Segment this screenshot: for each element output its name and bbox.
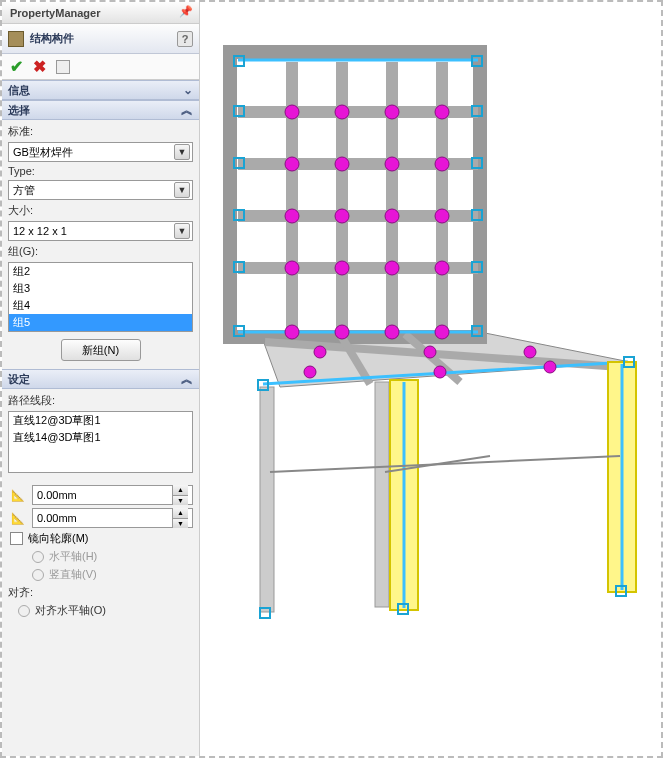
svg-point-24 — [285, 157, 299, 171]
pushpin-icon[interactable] — [56, 60, 70, 74]
offset1-input[interactable]: 0.00mm ▲▼ — [32, 485, 193, 505]
pm-titlebar: PropertyManager 📌 — [2, 2, 199, 24]
chevron-down-icon[interactable]: ▼ — [174, 144, 190, 160]
section-settings-label: 设定 — [8, 372, 30, 387]
path-label: 路径线段: — [8, 393, 193, 408]
svg-point-27 — [435, 157, 449, 171]
size-combo[interactable]: 12 x 12 x 1 ▼ — [8, 221, 193, 241]
group-label: 组(G): — [8, 244, 193, 259]
svg-point-45 — [544, 361, 556, 373]
offset1-value: 0.00mm — [37, 489, 77, 501]
standard-value: GB型材焊件 — [13, 145, 73, 160]
list-item[interactable]: 直线14@3D草图1 — [9, 429, 192, 446]
type-combo[interactable]: 方管 ▼ — [8, 180, 193, 200]
list-item-selected[interactable]: 组5 — [9, 314, 192, 331]
section-settings-body: 路径线段: 直线12@3D草图1 直线14@3D草图1 📐 0.00mm ▲▼ … — [2, 389, 199, 626]
chevron-up-icon: ︽ — [181, 371, 193, 388]
svg-point-38 — [385, 325, 399, 339]
svg-point-36 — [285, 325, 299, 339]
offset2-input[interactable]: 0.00mm ▲▼ — [32, 508, 193, 528]
svg-point-35 — [435, 261, 449, 275]
feature-name: 结构构件 — [30, 31, 177, 46]
list-item[interactable]: 组2 — [9, 263, 192, 280]
svg-point-42 — [524, 346, 536, 358]
svg-point-28 — [285, 209, 299, 223]
svg-rect-15 — [375, 382, 389, 607]
structural-member-icon — [8, 31, 24, 47]
svg-point-44 — [434, 366, 446, 378]
chair-model — [200, 2, 661, 756]
offset-g2-icon: 📐 — [8, 510, 28, 526]
size-label: 大小: — [8, 203, 193, 218]
svg-point-22 — [385, 105, 399, 119]
svg-point-40 — [314, 346, 326, 358]
svg-point-43 — [304, 366, 316, 378]
svg-point-30 — [385, 209, 399, 223]
pm-title: PropertyManager — [10, 7, 179, 19]
chevron-down-icon[interactable]: ▼ — [174, 223, 190, 239]
type-value: 方管 — [13, 183, 35, 198]
svg-line-18 — [270, 456, 620, 472]
section-info-label: 信息 — [8, 83, 30, 98]
chevron-down-icon: ⌄ — [183, 83, 193, 97]
svg-point-41 — [424, 346, 436, 358]
offset-g1-icon: 📐 — [8, 487, 28, 503]
mirror-checkbox[interactable] — [10, 532, 23, 545]
svg-point-31 — [435, 209, 449, 223]
section-select-label: 选择 — [8, 103, 30, 118]
list-item[interactable]: 组4 — [9, 297, 192, 314]
property-manager-panel: PropertyManager 📌 结构构件 ? ✔ ✖ 信息 ⌄ 选择 ︽ 标… — [2, 2, 200, 756]
svg-point-20 — [285, 105, 299, 119]
spinner-buttons[interactable]: ▲▼ — [172, 508, 188, 528]
align-hor-label: 对齐水平轴(O) — [35, 603, 106, 618]
hor-axis-label: 水平轴(H) — [49, 549, 97, 564]
cancel-icon[interactable]: ✖ — [33, 57, 46, 76]
svg-point-29 — [335, 209, 349, 223]
svg-point-34 — [385, 261, 399, 275]
svg-point-37 — [335, 325, 349, 339]
ver-axis-radio — [32, 569, 44, 581]
pin-icon[interactable]: 📌 — [179, 5, 195, 21]
path-listbox[interactable]: 直线12@3D草图1 直线14@3D草图1 — [8, 411, 193, 473]
svg-rect-14 — [260, 387, 274, 612]
help-icon[interactable]: ? — [177, 31, 193, 47]
hor-axis-radio — [32, 551, 44, 563]
svg-point-23 — [435, 105, 449, 119]
standard-label: 标准: — [8, 124, 193, 139]
group-listbox[interactable]: 组2 组3 组4 组5 — [8, 262, 193, 332]
ok-icon[interactable]: ✔ — [10, 57, 23, 76]
svg-point-21 — [335, 105, 349, 119]
feature-title-bar: 结构构件 ? — [2, 24, 199, 54]
chevron-down-icon[interactable]: ▼ — [174, 182, 190, 198]
offset2-value: 0.00mm — [37, 512, 77, 524]
svg-point-25 — [335, 157, 349, 171]
section-info-header[interactable]: 信息 ⌄ — [2, 80, 199, 100]
standard-combo[interactable]: GB型材焊件 ▼ — [8, 142, 193, 162]
section-settings-header[interactable]: 设定 ︽ — [2, 369, 199, 389]
spinner-buttons[interactable]: ▲▼ — [172, 485, 188, 505]
new-group-button[interactable]: 新组(N) — [61, 339, 141, 361]
section-select-body: 标准: GB型材焊件 ▼ Type: 方管 ▼ 大小: 12 x 12 x 1 … — [2, 120, 199, 369]
svg-point-32 — [285, 261, 299, 275]
svg-point-39 — [435, 325, 449, 339]
mirror-label: 镜向轮廓(M) — [28, 531, 89, 546]
svg-point-26 — [385, 157, 399, 171]
size-value: 12 x 12 x 1 — [13, 225, 67, 237]
list-item[interactable]: 组3 — [9, 280, 192, 297]
ver-axis-label: 竖直轴(V) — [49, 567, 97, 582]
align-label: 对齐: — [8, 585, 193, 600]
action-row: ✔ ✖ — [2, 54, 199, 80]
viewport-3d[interactable] — [200, 2, 661, 756]
type-label: Type: — [8, 165, 193, 177]
align-hor-radio[interactable] — [18, 605, 30, 617]
svg-point-33 — [335, 261, 349, 275]
chevron-up-icon: ︽ — [181, 102, 193, 119]
section-select-header[interactable]: 选择 ︽ — [2, 100, 199, 120]
list-item[interactable]: 直线12@3D草图1 — [9, 412, 192, 429]
